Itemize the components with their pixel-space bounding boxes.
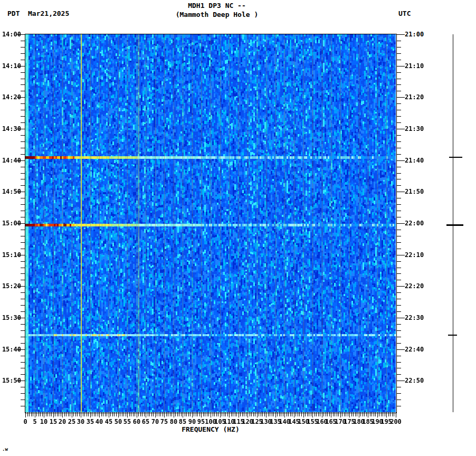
x-axis-major-tick	[118, 412, 119, 417]
x-axis-minor-tick	[88, 412, 89, 416]
x-axis-minor-tick	[159, 412, 159, 416]
right-axis-major-tick	[396, 66, 405, 66]
x-axis-minor-tick	[51, 412, 52, 416]
left-axis-tick-label: 15:10	[0, 252, 21, 258]
x-axis-minor-tick	[240, 412, 241, 416]
right-axis-minor-tick	[396, 72, 401, 73]
left-axis-tick-label: 14:50	[0, 188, 21, 195]
x-axis-major-tick	[377, 412, 378, 417]
x-axis-minor-tick	[227, 412, 228, 416]
x-axis-minor-tick	[87, 412, 87, 416]
right-axis-major-tick	[396, 34, 405, 35]
right-axis-tick-label: 21:00	[405, 31, 429, 37]
x-axis-major-tick	[386, 412, 387, 417]
right-axis-minor-tick	[396, 103, 401, 104]
x-axis-major-tick	[127, 412, 128, 417]
x-axis-major-tick	[229, 412, 230, 417]
x-axis-major-tick	[349, 412, 350, 417]
right-axis-minor-tick	[396, 148, 401, 148]
right-axis-major-tick	[396, 192, 405, 192]
right-axis-minor-tick	[396, 79, 401, 79]
x-axis-minor-tick	[329, 412, 330, 416]
x-axis-minor-tick	[126, 412, 126, 416]
x-axis-major-tick	[109, 412, 109, 417]
x-axis-minor-tick	[307, 412, 308, 416]
x-axis-minor-tick	[142, 412, 142, 416]
x-axis-major-tick	[312, 412, 313, 417]
x-axis-minor-tick	[250, 412, 250, 416]
x-axis-minor-tick	[179, 412, 179, 416]
right-axis-minor-tick	[396, 368, 401, 368]
x-axis-major-tick	[322, 412, 322, 417]
x-axis-major-tick	[183, 412, 183, 417]
event-marker-tick	[446, 224, 463, 226]
left-axis-minor-tick	[21, 60, 25, 60]
right-axis-minor-tick	[396, 299, 401, 299]
right-axis-tick-label: 22:50	[405, 377, 429, 384]
x-axis-major-tick	[174, 412, 174, 417]
x-axis-minor-tick	[148, 412, 148, 416]
x-axis-minor-tick	[83, 412, 83, 416]
right-axis-minor-tick	[396, 135, 401, 136]
right-axis-minor-tick	[396, 154, 401, 155]
right-axis-tick-label: 21:10	[405, 63, 429, 69]
left-axis-minor-tick	[21, 242, 25, 243]
x-axis-minor-tick	[153, 412, 154, 416]
right-axis-minor-tick	[396, 400, 401, 400]
x-axis-minor-tick	[196, 412, 196, 416]
left-axis-minor-tick	[21, 103, 25, 104]
right-axis-minor-tick	[396, 211, 401, 211]
x-axis-minor-tick	[357, 412, 357, 416]
x-axis-minor-tick	[46, 412, 46, 416]
left-axis-tick-label: 14:10	[0, 63, 21, 69]
x-axis-minor-tick	[55, 412, 55, 416]
left-axis-minor-tick	[21, 330, 25, 331]
x-axis-minor-tick	[364, 412, 365, 416]
x-axis-minor-tick	[131, 412, 131, 416]
x-axis-minor-tick	[342, 412, 342, 416]
x-axis-minor-tick	[73, 412, 74, 416]
x-axis-minor-tick	[70, 412, 70, 416]
x-axis-minor-tick	[388, 412, 389, 416]
right-axis-tick-label: 22:10	[405, 252, 429, 258]
x-axis-minor-tick	[107, 412, 107, 416]
x-axis-minor-tick	[277, 412, 278, 416]
right-axis-minor-tick	[396, 356, 401, 356]
left-axis-minor-tick	[21, 53, 25, 54]
x-axis-minor-tick	[301, 412, 302, 416]
x-axis-minor-tick	[181, 412, 182, 416]
x-axis-minor-tick	[333, 412, 334, 416]
x-axis-major-tick	[368, 412, 368, 417]
x-axis-minor-tick	[270, 412, 270, 416]
right-axis-major-tick	[396, 160, 405, 161]
x-axis-minor-tick	[262, 412, 263, 416]
left-axis-minor-tick	[21, 185, 25, 186]
left-axis-tick-label: 14:00	[0, 31, 21, 37]
right-axis-minor-tick	[396, 173, 401, 174]
x-axis-minor-tick	[279, 412, 280, 416]
x-axis-major-tick	[25, 412, 26, 417]
right-axis-minor-tick	[396, 311, 401, 312]
left-axis-minor-tick	[21, 393, 25, 394]
x-axis-minor-tick	[259, 412, 259, 416]
x-axis-minor-tick	[394, 412, 394, 416]
x-axis-major-tick	[99, 412, 100, 417]
left-axis-minor-tick	[21, 72, 25, 73]
x-axis-minor-tick	[344, 412, 345, 416]
x-axis-major-tick	[164, 412, 165, 417]
x-axis-minor-tick	[375, 412, 376, 416]
x-axis-minor-tick	[33, 412, 33, 416]
right-axis-minor-tick	[396, 41, 401, 41]
right-axis-minor-tick	[396, 167, 401, 167]
x-axis-minor-tick	[231, 412, 232, 416]
x-axis-minor-tick	[31, 412, 32, 416]
x-axis-minor-tick	[27, 412, 28, 416]
x-axis-minor-tick	[305, 412, 306, 416]
x-axis-minor-tick	[311, 412, 311, 416]
x-axis-minor-tick	[224, 412, 224, 416]
right-axis-minor-tick	[396, 393, 401, 394]
x-axis-minor-tick	[261, 412, 261, 416]
x-axis-minor-tick	[205, 412, 205, 416]
page-title: MDH1 DP3 NC --	[53, 1, 380, 10]
left-axis-tick-label: 15:00	[0, 220, 21, 226]
